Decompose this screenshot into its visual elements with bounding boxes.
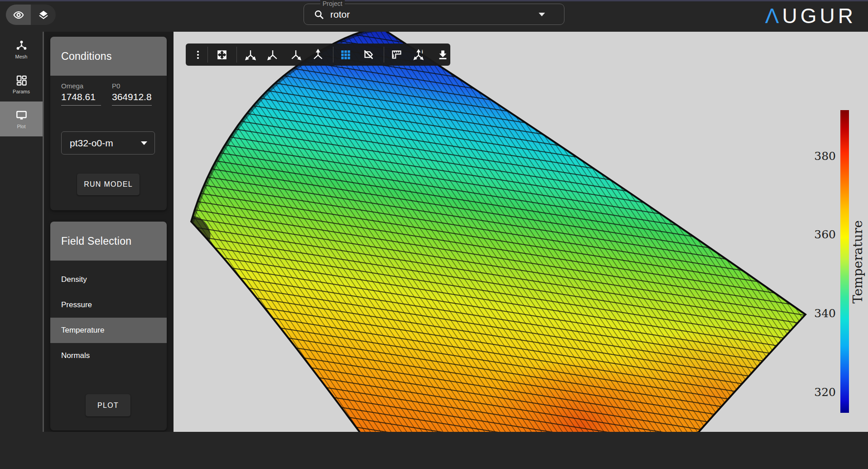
axes-info-button[interactable]: i (410, 44, 429, 66)
top-app-bar: Project ΛUGUR (0, 0, 868, 32)
toolbar-separator (384, 47, 384, 63)
colorbar-tick-340: 340 (792, 307, 836, 320)
window-top-border (0, 0, 868, 1)
nav-item-mesh[interactable]: Mesh (0, 32, 43, 67)
nav-item-plot[interactable]: Plot (0, 102, 43, 136)
view-isometric-icon (244, 48, 257, 61)
plot-viewport[interactable]: i 380 360 340 320 Temperature (174, 32, 868, 432)
view-top-button[interactable] (309, 44, 328, 66)
view-mode-toggle[interactable] (6, 5, 56, 25)
project-field-label: Project (320, 0, 345, 7)
conditions-fields: Omega P0 (61, 82, 152, 106)
plot-toolbar: i (186, 44, 450, 66)
omega-input[interactable] (61, 92, 101, 106)
svg-text:i: i (422, 48, 423, 54)
field-selection-title: Field Selection (61, 235, 131, 247)
monitor-icon (15, 109, 28, 121)
field-item-density[interactable]: Density (50, 267, 167, 292)
view-left-button[interactable] (263, 44, 282, 66)
run-model-button[interactable]: RUN MODEL (77, 174, 140, 195)
temperature-colorbar (840, 110, 849, 413)
eye-icon (13, 9, 24, 21)
grid-toggle-button[interactable] (336, 44, 355, 66)
plot-button[interactable]: PLOT (86, 394, 130, 416)
layers-toggle-button[interactable] (31, 5, 56, 25)
nav-label-params: Params (13, 89, 30, 94)
colorbar-tick-360: 360 (792, 228, 836, 241)
logo-lambda: Λ (765, 4, 782, 28)
fullscreen-button[interactable] (212, 44, 231, 66)
field-item-pressure[interactable]: Pressure (50, 292, 167, 318)
p0-field: P0 (112, 82, 152, 106)
view-isometric-button[interactable] (241, 44, 260, 66)
grid-icon (340, 49, 352, 61)
toolbar-separator (207, 47, 208, 63)
control-panel-column: Conditions Omega P0 pt32-o0-m RUN MODEL … (44, 32, 174, 432)
hub-icon (15, 39, 28, 52)
fullscreen-icon (216, 49, 228, 61)
nav-item-params[interactable]: Params (0, 67, 43, 102)
logo-text: UGUR (782, 4, 856, 28)
view-right-axis-icon (289, 48, 302, 61)
conditions-title: Conditions (61, 50, 112, 63)
colorbar-tick-320: 320 (792, 386, 836, 399)
download-icon (437, 48, 449, 61)
ruler-button[interactable] (387, 44, 406, 66)
view-top-axis-icon (312, 48, 324, 61)
toolbar-separator (236, 47, 237, 63)
layers-icon (38, 9, 49, 21)
axes-info-icon: i (413, 48, 425, 61)
labels-off-button[interactable] (359, 44, 378, 66)
conditions-card: Conditions Omega P0 pt32-o0-m RUN MODEL (50, 37, 167, 210)
field-selection-card: Field Selection Density Pressure Tempera… (50, 222, 167, 430)
project-search-input[interactable] (330, 9, 502, 20)
status-bar: INFERENCE (0, 432, 868, 469)
toolbar-separator (333, 47, 333, 63)
visibility-toggle-button[interactable] (6, 5, 31, 25)
p0-input[interactable] (112, 92, 152, 106)
left-nav-rail: Mesh Params Plot (0, 32, 43, 432)
conditions-header: Conditions (50, 37, 167, 76)
nav-label-plot: Plot (17, 124, 26, 129)
nav-label-mesh: Mesh (15, 54, 28, 59)
select-caret-icon (141, 141, 147, 145)
field-item-temperature[interactable]: Temperature (50, 318, 167, 343)
field-selection-header: Field Selection (50, 222, 167, 261)
field-item-normals[interactable]: Normals (50, 343, 167, 368)
ruler-icon (391, 48, 403, 61)
download-button[interactable] (433, 44, 452, 66)
field-list: Density Pressure Temperature Normals (50, 267, 167, 368)
omega-label: Omega (61, 82, 101, 90)
view-right-button[interactable] (286, 44, 305, 66)
dashboard-icon (15, 74, 28, 87)
rotor-blade-surface[interactable] (174, 32, 868, 432)
model-select-value: pt32-o0-m (70, 138, 133, 149)
view-left-axis-icon (266, 48, 279, 61)
kebab-menu-icon (193, 49, 203, 60)
colorbar-tick-380: 380 (792, 150, 836, 163)
search-icon (313, 9, 325, 20)
project-search-field[interactable]: Project (304, 4, 564, 25)
omega-field: Omega (61, 82, 101, 106)
label-off-icon (362, 48, 375, 61)
more-options-button[interactable] (188, 44, 207, 66)
colorbar-title: Temperature (850, 194, 865, 330)
p0-label: P0 (112, 82, 152, 90)
model-select[interactable]: pt32-o0-m (61, 131, 155, 155)
app-logo: ΛUGUR (765, 4, 856, 28)
project-dropdown-caret[interactable] (539, 13, 545, 16)
